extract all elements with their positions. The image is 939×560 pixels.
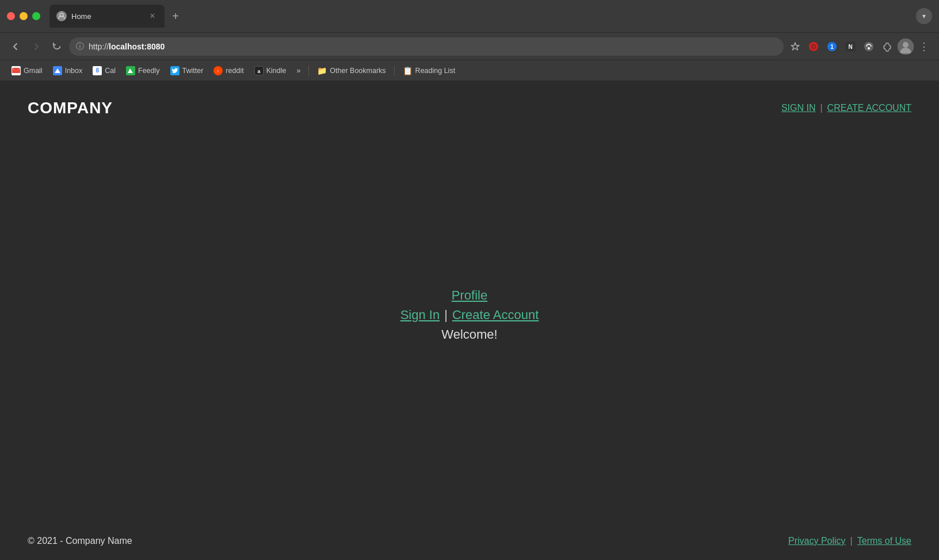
bookmark-more-button[interactable]: » <box>292 64 305 77</box>
tab-title: Home <box>71 12 143 21</box>
bookmark-twitter-label: Twitter <box>182 67 204 75</box>
svg-marker-12 <box>55 68 60 73</box>
bookmark-cal[interactable]: 8 Cal <box>88 64 120 78</box>
bookmark-other-label: Other Bookmarks <box>330 67 385 75</box>
bookmark-reading-list-label: Reading List <box>415 67 456 75</box>
nav-bar: ⓘ http://localhost:8080 <box>0 32 939 60</box>
bookmark-reddit[interactable]: r reddit <box>209 64 248 78</box>
footer-separator: | <box>850 536 853 546</box>
minimize-button[interactable] <box>20 12 28 20</box>
extensions-button[interactable] <box>879 39 895 55</box>
main-auth-row: Sign In | Create Account <box>400 308 539 323</box>
kindle-icon: a <box>254 66 264 75</box>
more-icon: » <box>296 67 300 75</box>
back-button[interactable] <box>7 38 24 55</box>
svg-point-8 <box>864 42 873 51</box>
webpage: COMPANY SIGN IN | CREATE ACCOUNT Profile… <box>0 80 939 560</box>
forward-button[interactable] <box>28 38 45 55</box>
terms-of-use-link[interactable]: Terms of Use <box>857 536 911 546</box>
feedly-icon <box>126 66 135 75</box>
main-create-account-link[interactable]: Create Account <box>452 308 539 323</box>
page-main: Profile Sign In | Create Account Welcome… <box>0 131 939 522</box>
browser-chrome: Home × + ▾ ⓘ <box>0 0 939 80</box>
info-icon: ⓘ <box>76 41 84 52</box>
new-tab-button[interactable]: + <box>167 7 184 25</box>
bookmarks-divider-2 <box>394 66 395 76</box>
header-create-account-link[interactable]: CREATE ACCOUNT <box>827 103 911 113</box>
bookmark-other[interactable]: 📁 Other Bookmarks <box>312 64 390 78</box>
gmail-icon <box>12 66 21 75</box>
profile-avatar[interactable] <box>898 39 914 55</box>
title-bar-right: ▾ <box>916 8 932 24</box>
tab-close-button[interactable]: × <box>147 11 158 21</box>
footer-links: Privacy Policy | Terms of Use <box>788 536 911 546</box>
tab-dropdown-button[interactable]: ▾ <box>916 8 932 24</box>
twitter-icon <box>170 66 180 75</box>
svg-text:a: a <box>257 68 261 74</box>
svg-point-9 <box>868 47 870 49</box>
reddit-icon: r <box>213 66 223 75</box>
svg-point-3 <box>812 45 815 48</box>
bookmark-gmail[interactable]: Gmail <box>7 64 47 78</box>
folder-icon: 📁 <box>317 66 327 75</box>
header-separator: | <box>820 103 822 113</box>
address-bar[interactable]: ⓘ http://localhost:8080 <box>69 37 784 56</box>
nav-icons-right: 1 N <box>787 39 932 55</box>
window-controls <box>7 12 40 20</box>
active-tab[interactable]: Home × <box>49 5 165 28</box>
title-bar: Home × + ▾ <box>0 0 939 32</box>
maximize-button[interactable] <box>32 12 40 20</box>
main-sign-in-link[interactable]: Sign In <box>400 308 440 323</box>
browser-menu-button[interactable]: ⋮ <box>916 39 932 55</box>
privacy-policy-link[interactable]: Privacy Policy <box>788 536 846 546</box>
bookmark-reading-list[interactable]: 📋 Reading List <box>398 64 460 78</box>
bookmark-inbox-label: Inbox <box>65 67 83 75</box>
tab-bar: Home × + <box>49 5 916 28</box>
profile-link[interactable]: Profile <box>452 288 487 303</box>
bookmark-feedly-label: Feedly <box>138 67 160 75</box>
bookmark-twitter[interactable]: Twitter <box>166 64 208 78</box>
bookmark-cal-label: Cal <box>105 67 116 75</box>
url-display: http://localhost:8080 <box>89 42 777 51</box>
close-button[interactable] <box>7 12 15 20</box>
header-sign-in-link[interactable]: SIGN IN <box>781 103 816 113</box>
svg-point-11 <box>903 42 909 48</box>
company-logo: COMPANY <box>28 99 113 117</box>
page-header: COMPANY SIGN IN | CREATE ACCOUNT <box>0 80 939 131</box>
bookmarks-bar: Gmail Inbox 8 Cal Feedly <box>0 60 939 80</box>
bookmarks-divider <box>308 66 309 76</box>
svg-text:1: 1 <box>830 44 834 50</box>
bookmark-kindle[interactable]: a Kindle <box>250 64 291 78</box>
main-auth-separator: | <box>444 308 448 323</box>
page-footer: © 2021 - Company Name Privacy Policy | T… <box>0 522 939 560</box>
extension-icon-4[interactable] <box>861 39 877 55</box>
inbox-icon <box>53 66 62 75</box>
bookmark-reddit-label: reddit <box>226 67 243 75</box>
copyright-text: © 2021 - Company Name <box>28 536 132 546</box>
bookmark-kindle-label: Kindle <box>266 67 287 75</box>
extension-icon-1[interactable] <box>806 39 822 55</box>
cal-icon: 8 <box>93 66 102 75</box>
welcome-text: Welcome! <box>441 327 497 342</box>
header-auth: SIGN IN | CREATE ACCOUNT <box>781 103 911 113</box>
reading-list-icon: 📋 <box>403 66 413 75</box>
bookmark-star-button[interactable] <box>787 39 803 55</box>
extension-icon-2[interactable]: 1 <box>824 39 840 55</box>
extension-icon-3[interactable]: N <box>842 39 858 55</box>
svg-text:N: N <box>848 44 852 50</box>
reload-button[interactable] <box>48 38 66 55</box>
bookmark-inbox[interactable]: Inbox <box>48 64 87 78</box>
tab-favicon-icon <box>56 11 67 21</box>
bookmark-feedly[interactable]: Feedly <box>121 64 165 78</box>
bookmark-gmail-label: Gmail <box>24 67 43 75</box>
